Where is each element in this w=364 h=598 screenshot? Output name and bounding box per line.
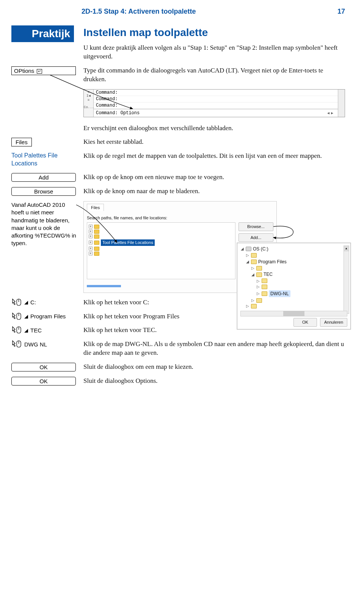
folder-icon <box>251 253 257 258</box>
selected-tree-node[interactable]: Tool Palettes File Locations <box>101 239 155 246</box>
add-body: Klik op op de knop om een nieuwe map toe… <box>83 173 345 182</box>
browse-folder-dialog: ◢OS (C:) ▷ ◢Program Files ▷ ◢TEC ▷ ▷ ▷DW… <box>237 243 351 329</box>
files-tab-body: Kies het eerste tabblad. <box>83 138 345 146</box>
folder-icon <box>94 241 99 245</box>
folder-icon <box>256 266 262 271</box>
bd-tec[interactable]: TEC <box>264 271 273 277</box>
cmd-sidebar: ✕I◀≡ Co... <box>84 90 94 117</box>
triangle-icon: ◢ <box>24 313 28 319</box>
triangle-icon: ◢ <box>24 327 28 333</box>
folder-icon <box>251 260 257 264</box>
dialog-hscrollbar[interactable] <box>240 311 347 316</box>
dialog-ok-button[interactable]: OK <box>293 318 317 327</box>
add-button[interactable]: Add <box>11 173 76 182</box>
praktijk-label: Praktijk <box>11 25 74 42</box>
bd-pf[interactable]: Program Files <box>258 259 287 265</box>
folder-icon <box>94 247 99 251</box>
autocad-command-panel: ✕I◀≡ Co... Command: Command: Command: Co… <box>83 89 345 117</box>
files-active-tab[interactable]: Files <box>87 204 104 211</box>
folder-icon <box>251 304 257 308</box>
cmd-scrollbar[interactable] <box>338 90 345 117</box>
tpf-locations-label[interactable]: Tool Palettes File Locations <box>11 152 79 168</box>
panel-browse-button[interactable]: Browse... <box>238 222 273 231</box>
folder-icon <box>262 291 267 296</box>
cmd-input[interactable]: Command: Options <box>96 110 327 116</box>
section-title: Instellen map toolpalette <box>83 25 345 40</box>
disk-icon <box>246 247 251 251</box>
tec-label: TEC <box>30 327 42 334</box>
cmd-line: Command: <box>94 102 338 109</box>
ok-button[interactable]: OK <box>11 363 76 371</box>
mouse-icon <box>11 326 22 334</box>
intro-text: U kunt deze praktijk alleen volgen als u… <box>83 44 345 61</box>
header-title: 2D-1.5 Stap 4: Activeren toolpalette <box>82 8 196 15</box>
bd-root[interactable]: OS (C:) <box>253 246 268 252</box>
options-command-box[interactable]: OPtions ↵ <box>11 66 76 75</box>
folder-icon <box>94 225 99 229</box>
folder-icon <box>262 285 267 289</box>
dwg-body: Klik op de map DWG-NL. Als u de symbolen… <box>83 340 345 357</box>
files-tree[interactable]: + + + + Tool Palettes File Locations + + <box>87 222 235 279</box>
options-body: Type dit commando in de dialoogregels va… <box>83 66 345 84</box>
browse-button[interactable]: Browse <box>11 187 76 196</box>
panel-add-button[interactable]: Add... <box>238 233 273 242</box>
tpf-body: Klik op de regel met de mappen van de to… <box>83 152 345 161</box>
dialog-intro: Er verschijnt een dialoogbox met verschi… <box>83 124 345 133</box>
scroll-right-icon[interactable]: ▶ <box>331 111 333 115</box>
c-label: C: <box>30 299 36 305</box>
folder-icon <box>256 272 262 277</box>
ok-button[interactable]: OK <box>11 377 76 386</box>
scroll-left-icon[interactable]: ◀ <box>327 111 329 115</box>
triangle-icon: ◢ <box>24 299 28 305</box>
folder-icon <box>94 234 99 239</box>
cmd-line: Command: <box>94 96 338 102</box>
dwg-label: DWG NL <box>24 341 47 348</box>
dialog-cancel-button[interactable]: Annuleren <box>320 318 347 327</box>
browse-body: Klik op de knop om naar de map te blader… <box>83 187 345 196</box>
folder-icon <box>94 230 99 234</box>
handwritten-note: Vanaf AutoCAD 2010 hoeft u niet meer han… <box>11 201 83 247</box>
folder-icon <box>94 252 99 256</box>
progress-bar <box>87 285 121 287</box>
ok1-body: Sluit de dialoogbox om een map te kiezen… <box>83 363 345 371</box>
pf-label: Program Files <box>30 313 66 319</box>
mouse-icon <box>11 312 22 321</box>
search-label: Search paths, file names, and file locat… <box>87 215 273 221</box>
page-header: 2D-1.5 Stap 4: Activeren toolpalette 17 <box>82 8 345 16</box>
folder-icon <box>262 279 267 283</box>
folder-icon <box>256 298 262 303</box>
options-command-text: OPtions <box>14 68 34 74</box>
cmd-line: Command: <box>94 90 338 96</box>
mouse-icon <box>11 340 22 348</box>
dialog-vscrollbar[interactable]: ▴ <box>344 245 349 314</box>
enter-key-icon: ↵ <box>37 69 42 74</box>
ok2-body: Sluit de dialoogbox Options. <box>83 377 345 386</box>
page-number: 17 <box>337 8 345 16</box>
files-tab-box[interactable]: Files <box>11 138 32 146</box>
mouse-icon <box>11 298 22 307</box>
bd-dwgnl[interactable]: DWG-NL <box>269 290 290 297</box>
